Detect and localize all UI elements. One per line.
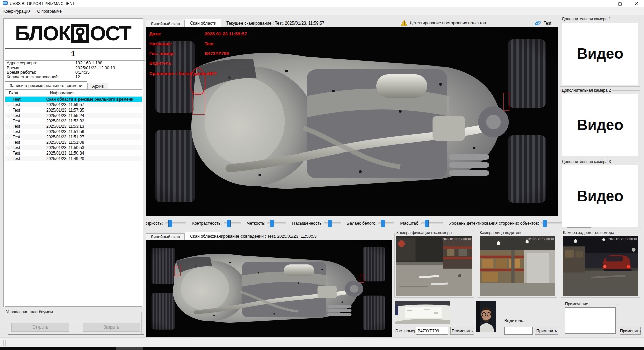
driver-apply-button[interactable]: Применить: [535, 327, 558, 335]
rear-camera-title: Камера заднего гос.номера: [562, 230, 615, 235]
records-table-header: Вход Информация: [5, 90, 142, 97]
face-camera-timestamp: 2025-01-23 12:00:18: [526, 237, 554, 241]
logo-divider: [5, 48, 141, 49]
driver-label: Водитель:: [504, 318, 524, 323]
server-time-value: 2025/01/23, 12:00:19: [75, 66, 115, 71]
rear-camera-video: 2025-01-23 12:00:18: [563, 236, 638, 296]
chevron-right-icon[interactable]: ›: [5, 156, 13, 161]
lane-number: 1: [4, 50, 143, 58]
note-textarea[interactable]: [565, 307, 616, 334]
title-bar: UVSS BLOKPOST PRIZMA CLIENT: [0, 0, 644, 7]
barrier-control-group: Управление шлагбаумом Открыть Закрыть: [4, 310, 142, 334]
scale-label: Масштаб:: [400, 221, 419, 226]
plate-apply-button[interactable]: Применить: [450, 327, 474, 335]
chevron-right-icon[interactable]: ›: [5, 107, 13, 113]
detection-level-slider-thumb[interactable]: [543, 220, 547, 227]
logo-text-suffix: ОСТ: [90, 23, 131, 44]
scan-count-label: Количество сканирований:: [7, 75, 75, 80]
detection-annotation: [192, 93, 205, 115]
menu-configuration[interactable]: Конфигурация: [0, 8, 34, 15]
table-row[interactable]: ›Test2025/01/23, 11:50:53: [5, 145, 142, 150]
barrier-close-button[interactable]: Закрыть: [83, 323, 140, 332]
contrast-slider-thumb[interactable]: [227, 220, 231, 227]
foreign-object-warning-label: Детектирование посторонних объектов: [410, 20, 486, 25]
driver-name-input[interactable]: [504, 327, 533, 335]
main-scan-view[interactable]: Дата:2025-01-23 11:59:57 Название:Test Г…: [146, 27, 558, 216]
records-table: Вход Информация Test Скан области в режи…: [5, 89, 142, 307]
resize-grip[interactable]: [3, 340, 4, 346]
warning-icon: [401, 20, 407, 26]
tab-realtime-records[interactable]: Записи в режиме реального времени: [5, 81, 87, 90]
sharpness-slider-thumb[interactable]: [270, 220, 274, 227]
chevron-right-icon[interactable]: ›: [5, 129, 13, 134]
image-adjustment-toolbar: Яркость: Контрастность: Четкость: Насыще…: [146, 218, 558, 228]
tab-archive[interactable]: Архив: [87, 83, 108, 90]
plate-camera-group: Камера фиксации гос.номера 2025-01-23 12…: [394, 230, 474, 298]
driver-photo: [476, 301, 496, 332]
plate-crop-image: [395, 301, 450, 324]
keyhole-logo-glyph: [71, 23, 89, 43]
sharpness-label: Четкость:: [247, 221, 265, 226]
saturation-slider-thumb[interactable]: [328, 220, 332, 227]
current-scan-status: Текущее сканирование : Test, 2025/01/23,…: [226, 21, 324, 26]
contrast-slider[interactable]: [224, 222, 241, 224]
detection-annotation: [190, 68, 206, 95]
tab-linear-scan-bottom[interactable]: Линейный скан: [146, 233, 185, 240]
menu-bar: Конфигурация О программе: [0, 7, 644, 15]
white-balance-slider[interactable]: [378, 222, 394, 224]
aux-camera-2-video: Видео: [562, 94, 638, 156]
chevron-right-icon[interactable]: ›: [5, 134, 13, 140]
chevron-right-icon[interactable]: ›: [5, 140, 13, 145]
white-balance-slider-thumb[interactable]: [381, 220, 385, 227]
barrier-open-button[interactable]: Открыть: [11, 323, 69, 332]
resize-grip[interactable]: [5, 340, 6, 346]
sharpness-slider[interactable]: [267, 222, 286, 224]
chevron-right-icon[interactable]: ›: [5, 150, 13, 156]
table-row[interactable]: ›Test2025/01/23, 11:53:13: [5, 124, 142, 129]
brightness-slider[interactable]: [165, 222, 186, 224]
restore-button[interactable]: [612, 0, 628, 7]
chevron-right-icon[interactable]: ›: [5, 102, 13, 107]
taskbar-strip: [0, 347, 644, 350]
tab-linear-scan-top[interactable]: Линейный скан: [146, 20, 185, 27]
table-row[interactable]: ›Test2025/01/23, 11:57:35: [5, 107, 142, 113]
brightness-slider-thumb[interactable]: [168, 220, 172, 227]
table-row[interactable]: ›Test2025/01/23, 11:59:57: [5, 102, 142, 107]
plate-number-input[interactable]: [416, 327, 448, 335]
table-row[interactable]: ›Test2025/01/23, 11:51:56: [5, 129, 142, 134]
table-row[interactable]: ›Test2025/01/23, 11:49:20: [5, 156, 142, 161]
scale-slider-thumb[interactable]: [425, 220, 429, 227]
chevron-right-icon[interactable]: ›: [5, 113, 13, 118]
saturation-slider[interactable]: [324, 222, 341, 224]
minimize-button[interactable]: [595, 0, 610, 7]
table-row[interactable]: ›Test2025/01/23, 11:50:34: [5, 150, 142, 156]
saturation-label: Насыщенность: [292, 221, 322, 226]
left-panel: БЛОК ОСТ 1 Адрес сервера:192.168.1.188 В…: [3, 18, 143, 307]
table-row[interactable]: ›Test2025/01/23, 11:55:24: [5, 113, 142, 118]
taskbar-item[interactable]: [116, 347, 143, 350]
scale-slider[interactable]: [421, 222, 443, 224]
aux-camera-1-title: Дополнительная камера 1: [561, 17, 612, 21]
overlay-plate-label: Гос. номер:: [149, 51, 175, 56]
detection-level-label: Уровень детектирования сторонних объекто…: [449, 221, 539, 226]
chevron-right-icon[interactable]: ›: [5, 145, 13, 150]
chevron-right-icon[interactable]: ›: [5, 118, 13, 124]
uptime-label: Время работы:: [7, 70, 75, 75]
close-button[interactable]: [629, 0, 644, 7]
status-bar: [0, 337, 644, 347]
plate-camera-video: 2025-01-23 12:00:18: [396, 236, 472, 296]
brightness-label: Яркость:: [146, 221, 163, 226]
table-row[interactable]: ›Test2025/01/23, 11:51:27: [5, 134, 142, 140]
menu-about[interactable]: О программе: [34, 8, 65, 15]
match-scan-view[interactable]: [146, 240, 392, 337]
barrier-buttons-box: Открыть Закрыть: [8, 320, 144, 335]
overlay-name-label: Название:: [149, 41, 172, 46]
table-row[interactable]: ›Test2025/01/23, 11:53:32: [5, 118, 142, 124]
table-row-selected[interactable]: Test Скан области в режиме реального вре…: [5, 97, 142, 102]
white-balance-label: Баланс белого:: [347, 221, 377, 226]
note-apply-button[interactable]: Применить: [620, 327, 641, 335]
table-row[interactable]: ›Test2025/01/23, 11:51:08: [5, 140, 142, 145]
tab-area-scan-top[interactable]: Скан области: [185, 19, 221, 27]
linked-record[interactable]: Test: [534, 20, 551, 27]
chevron-right-icon[interactable]: ›: [5, 124, 13, 129]
